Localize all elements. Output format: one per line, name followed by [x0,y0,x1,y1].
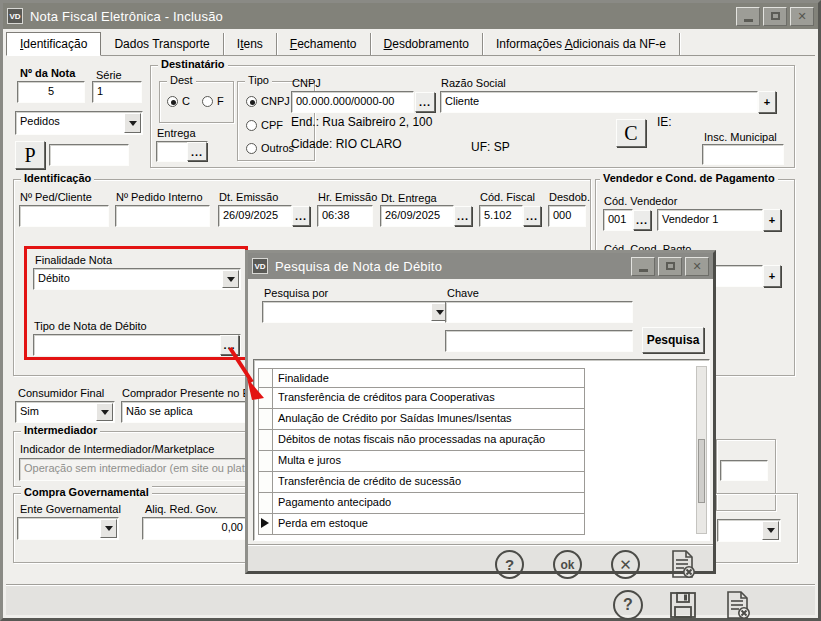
pesquisa-por-select[interactable] [262,301,450,323]
p-button[interactable]: P [15,141,45,169]
cnpj-lookup-button[interactable]: ... [415,92,435,112]
chevron-down-icon[interactable] [96,403,113,421]
vendedor-title: Vendedor e Cond. de Pagamento [600,172,778,184]
radio-dest-c[interactable]: C [167,95,190,107]
insc-input[interactable] [702,144,784,165]
entrega-label: Entrega [157,127,196,139]
p-input[interactable] [49,144,129,166]
grid-scrollbar[interactable] [696,366,707,534]
serie-input[interactable]: 1 [92,81,142,103]
radio-on-icon [167,96,178,107]
app-icon: VD [7,8,23,24]
dialog-titlebar: VD Pesquisa de Nota de Débito ✕ [248,253,713,279]
tab-identificacao[interactable]: Identificação [6,32,101,56]
save-icon[interactable] [667,589,699,621]
cod-vendedor-input[interactable]: 001 [603,209,633,231]
pesquisa-button[interactable]: Pesquisa [642,327,704,353]
nota-input[interactable]: 5 [17,81,85,103]
dialog-ok-icon[interactable]: ok [553,550,582,579]
grid-row[interactable]: Anulação de Crédito por Saídas Imunes/Is… [258,409,585,430]
dt-emissao-input[interactable]: 26/09/2025 [218,205,292,227]
dt-emissao-calendar-button[interactable]: ... [292,206,310,226]
consumidor-label: Consumidor Final [18,387,104,399]
aliq-label: Aliq. Red. Gov. [145,503,218,515]
cancel-document-icon[interactable] [721,589,753,621]
dialog-help-icon[interactable]: ? [495,550,524,579]
chave-input[interactable] [445,301,633,323]
c-button[interactable]: C [616,119,646,147]
radio-tipo-cpf[interactable]: CPF [246,119,283,131]
chevron-down-icon[interactable] [762,521,779,540]
radio-off-icon [246,143,257,154]
minimize-icon[interactable] [736,7,760,26]
radio-dest-f[interactable]: F [202,95,224,107]
grid-row-selected[interactable]: Perda em estoque [258,514,585,535]
dialog-close-icon[interactable]: ✕ [685,257,709,276]
cod-vendedor-lookup-button[interactable]: ... [633,210,651,230]
dialog-clear-document-icon[interactable] [666,548,698,580]
grid-row[interactable]: Transferência de crédito de sucessão [258,472,585,493]
grid-row[interactable]: Transferência de créditos para Cooperati… [258,388,585,409]
vendedor-nome-input[interactable]: Vendedor 1 [657,209,763,231]
tab-desdobramento[interactable]: Desdobramento [371,33,483,55]
dt-entrega-input[interactable]: 26/09/2025 [380,205,454,227]
window-title: Nota Fiscal Eletrônica - Inclusão [30,9,223,24]
tab-itens[interactable]: Itens [224,33,277,55]
uf-text: UF: SP [471,140,510,154]
cod-fiscal-lookup-button[interactable]: ... [523,206,541,226]
consumidor-select[interactable]: Sim [15,401,115,423]
dialog-cancel-icon[interactable]: ✕ [611,550,640,579]
grid-row[interactable]: Pagamento antecipado [258,493,585,514]
help-icon[interactable]: ? [613,590,643,620]
grid-row[interactable]: Multa e juros [258,451,585,472]
cnpj-label: CNPJ [292,77,321,89]
dt-entrega-label: Dt. Entrega [381,192,437,204]
dt-entrega-calendar-button[interactable]: ... [454,206,472,226]
vendedor-add-button[interactable]: + [763,209,781,231]
identificacao-title: Identificação [21,172,94,184]
insc-label: Insc. Municipal [704,131,777,143]
indicador-label: Indicador de Intermediador/Marketplace [20,443,214,455]
maximize-icon[interactable] [763,7,787,26]
razao-add-button[interactable]: + [758,91,776,113]
close-icon[interactable]: ✕ [790,7,814,26]
radio-off-icon [202,96,213,107]
desdob-input[interactable]: 000 [548,205,586,227]
right-partial-select[interactable] [717,519,781,542]
ped-cliente-input[interactable] [19,205,109,227]
dialog-button-bar [248,546,713,571]
chevron-down-icon[interactable] [124,113,141,133]
destinatario-title: Destinatário [158,58,228,70]
radio-tipo-cnpj[interactable]: CNPJ [246,95,290,107]
chevron-down-icon[interactable] [100,519,117,538]
entrega-lookup-button[interactable]: ... [187,142,207,161]
grid-row[interactable]: Débitos de notas fiscais não processadas… [258,430,585,451]
main-titlebar: VD Nota Fiscal Eletrônica - Inclusão ✕ [3,3,818,29]
tab-fechamento[interactable]: Fechamento [277,33,371,55]
tab-dados-transporte[interactable]: Dados Transporte [101,33,223,55]
cond-pagto-add-button[interactable]: + [763,265,781,287]
dialog-minimize-icon[interactable] [631,257,655,276]
comprador-select[interactable]: Não se aplica [121,401,249,423]
row-marker-icon [261,518,274,528]
aliq-input[interactable]: 0,00 [142,517,248,540]
razao-label: Razão Social [441,77,506,89]
dialog-maximize-icon[interactable] [658,257,682,276]
chave2-input[interactable] [445,330,633,352]
pedido-interno-input[interactable] [115,205,210,227]
hr-emissao-label: Hr. Emissão [318,191,377,203]
hr-emissao-input[interactable]: 06:38 [317,205,373,227]
pesquisa-dialog: VD Pesquisa de Nota de Débito ✕ Pesquisa… [245,250,716,574]
ie-label: IE: [657,115,672,129]
origem-select[interactable]: Pedidos [15,111,143,135]
grid-header-finalidade[interactable]: Finalidade [272,368,585,388]
cod-fiscal-input[interactable]: 5.102 [479,205,523,227]
cnpj-input[interactable]: 00.000.000/0000-00 [291,91,414,113]
right-partial-input[interactable] [720,460,768,481]
tab-informacoes-adicionais[interactable]: Informações Adicionais da NF-e [483,33,680,55]
tipo-label: Tipo [245,74,272,86]
ente-select[interactable] [17,517,119,540]
razao-input[interactable]: Cliente [440,91,758,113]
scrollbar-thumb[interactable] [698,439,705,503]
radio-tipo-outros[interactable]: Outros [246,142,294,154]
